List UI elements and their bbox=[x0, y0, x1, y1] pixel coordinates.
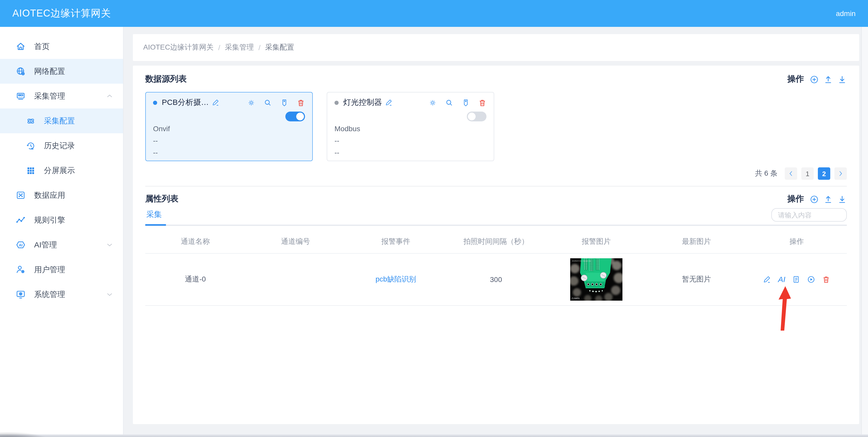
upload-icon[interactable] bbox=[824, 195, 833, 204]
breadcrumb-item[interactable]: AIOTEC边缘计算网关 bbox=[143, 43, 214, 52]
collection-icon bbox=[16, 91, 26, 101]
card-line: -- bbox=[335, 148, 487, 157]
table-row: 通道-0 pcb缺陷识别 300 bbox=[145, 254, 847, 306]
pagination-page-2[interactable]: 2 bbox=[818, 167, 830, 180]
history-icon bbox=[26, 141, 36, 150]
card-line: -- bbox=[153, 136, 305, 145]
card-action-icons bbox=[429, 98, 487, 107]
rule-engine-icon bbox=[16, 215, 26, 225]
ai-icon bbox=[16, 240, 26, 250]
gear-icon[interactable] bbox=[247, 98, 255, 107]
table-header-row: 通道名称 通道编号 报警事件 拍照时间间隔（秒） 报警图片 最新图片 操作 bbox=[145, 232, 847, 254]
search-input[interactable] bbox=[771, 208, 847, 222]
column-header: 报警图片 bbox=[546, 232, 647, 254]
tab-collection[interactable]: 采集 bbox=[145, 210, 166, 225]
add-circle-icon[interactable] bbox=[810, 75, 819, 84]
sidebar-item-label: AI管理 bbox=[34, 240, 57, 250]
protocol-label: Onvif bbox=[153, 125, 305, 133]
tag-icon[interactable] bbox=[280, 98, 288, 107]
properties-table: 通道名称 通道编号 报警事件 拍照时间间隔（秒） 报警图片 最新图片 操作 通道… bbox=[145, 232, 847, 306]
delete-icon[interactable] bbox=[822, 275, 830, 283]
sidebar-item-data-app[interactable]: 数据应用 bbox=[0, 183, 123, 208]
thumbnail-timestamp: 2025/07/21 09:43:24 bbox=[572, 260, 591, 262]
chevron-down-icon bbox=[106, 242, 113, 248]
edit-icon[interactable] bbox=[763, 275, 771, 283]
search-icon[interactable] bbox=[264, 98, 272, 107]
sidebar-item-collection-config[interactable]: 采集配置 bbox=[0, 108, 123, 133]
column-header: 报警事件 bbox=[346, 232, 446, 254]
alarm-event-link[interactable]: pcb缺陷识别 bbox=[376, 275, 416, 283]
add-circle-icon[interactable] bbox=[810, 195, 819, 204]
sidebar-item-label: 数据应用 bbox=[34, 190, 65, 200]
edit-icon[interactable] bbox=[385, 99, 393, 106]
chevron-up-icon bbox=[106, 93, 113, 99]
row-actions: AI bbox=[746, 275, 847, 283]
datasource-cards: PCB分析摄… Onvif -- -- bbox=[145, 92, 847, 161]
app-title: AIOTEC边缘计算网关 bbox=[12, 7, 111, 20]
app-viewport: AIOTEC边缘计算网关 admin 首页 网络配置 采集管理 采集配置 历史记… bbox=[0, 0, 868, 437]
data-app-icon bbox=[16, 190, 26, 200]
delete-icon[interactable] bbox=[478, 98, 487, 107]
sidebar-item-history[interactable]: 历史记录 bbox=[0, 133, 123, 158]
breadcrumb: AIOTEC边缘计算网关 / 采集管理 / 采集配置 bbox=[143, 43, 294, 52]
sidebar-item-label: 采集配置 bbox=[44, 116, 75, 126]
bottom-strip bbox=[0, 434, 868, 437]
download-icon[interactable] bbox=[837, 75, 847, 84]
top-bar: AIOTEC边缘计算网关 admin bbox=[0, 0, 868, 27]
search-icon[interactable] bbox=[445, 98, 454, 107]
sidebar-item-home[interactable]: 首页 bbox=[0, 34, 123, 59]
status-dot bbox=[335, 100, 339, 105]
atom-icon bbox=[26, 116, 36, 126]
sidebar-item-collection[interactable]: 采集管理 bbox=[0, 84, 123, 108]
main-panel: 数据源列表 操作 PCB分析摄… bbox=[133, 66, 859, 424]
breadcrumb-item[interactable]: 采集管理 bbox=[225, 43, 254, 52]
sidebar-item-network[interactable]: 网络配置 bbox=[0, 59, 123, 84]
edit-icon[interactable] bbox=[212, 99, 220, 106]
system-icon bbox=[16, 289, 26, 300]
play-icon[interactable] bbox=[807, 275, 815, 283]
toggle-knob bbox=[296, 112, 304, 120]
datasource-card-pcb[interactable]: PCB分析摄… Onvif -- -- bbox=[145, 92, 313, 161]
pagination-prev-button[interactable] bbox=[785, 167, 797, 180]
download-icon[interactable] bbox=[837, 195, 847, 204]
tabs-row: 采集 bbox=[145, 210, 847, 226]
pagination-next-button[interactable] bbox=[834, 167, 847, 180]
upload-icon[interactable] bbox=[824, 75, 833, 84]
sidebar-item-split-screen[interactable]: 分屏展示 bbox=[0, 158, 123, 183]
current-user[interactable]: admin bbox=[836, 9, 856, 18]
sidebar-item-ai-management[interactable]: AI管理 bbox=[0, 232, 123, 257]
thumbnail-cam-label: CAM01 bbox=[572, 297, 580, 300]
datasource-card-light[interactable]: 灯光控制器 Modbus -- -- bbox=[327, 92, 494, 161]
ai-action-button[interactable]: AI bbox=[778, 275, 785, 283]
status-dot bbox=[153, 100, 157, 105]
sidebar: 首页 网络配置 采集管理 采集配置 历史记录 分屏展示 数据应用 bbox=[0, 27, 124, 437]
enable-toggle[interactable] bbox=[467, 111, 487, 122]
enable-toggle[interactable] bbox=[285, 111, 305, 122]
sidebar-item-system-management[interactable]: 系统管理 bbox=[0, 282, 123, 307]
alarm-image-thumbnail[interactable]: 2025/07/21 09:43:24 CAM01 bbox=[570, 258, 622, 301]
scrollbar-track[interactable] bbox=[861, 27, 868, 437]
properties-actions: 操作 bbox=[787, 194, 847, 205]
chevron-down-icon bbox=[106, 291, 113, 298]
gear-icon[interactable] bbox=[429, 98, 437, 107]
datasource-name: PCB分析摄… bbox=[162, 98, 209, 107]
sidebar-item-label: 规则引擎 bbox=[34, 215, 65, 225]
pagination-page-1[interactable]: 1 bbox=[801, 167, 814, 180]
network-icon bbox=[16, 66, 26, 76]
sidebar-item-label: 系统管理 bbox=[34, 290, 65, 299]
chevron-left-icon bbox=[788, 170, 794, 177]
sidebar-item-rule-engine[interactable]: 规则引擎 bbox=[0, 208, 123, 232]
sidebar-item-label: 历史记录 bbox=[44, 141, 75, 150]
home-icon bbox=[16, 41, 26, 52]
column-header: 最新图片 bbox=[646, 232, 746, 254]
interval-cell: 300 bbox=[446, 254, 546, 306]
sidebar-item-user-management[interactable]: 用户管理 bbox=[0, 257, 123, 282]
card-line: -- bbox=[335, 136, 487, 145]
log-icon[interactable] bbox=[792, 275, 800, 283]
delete-icon[interactable] bbox=[297, 98, 305, 107]
breadcrumb-separator: / bbox=[258, 43, 260, 52]
tag-icon[interactable] bbox=[462, 98, 470, 107]
sidebar-item-label: 采集管理 bbox=[34, 91, 65, 101]
sidebar-item-label: 网络配置 bbox=[34, 66, 65, 76]
column-header: 通道名称 bbox=[145, 232, 246, 254]
